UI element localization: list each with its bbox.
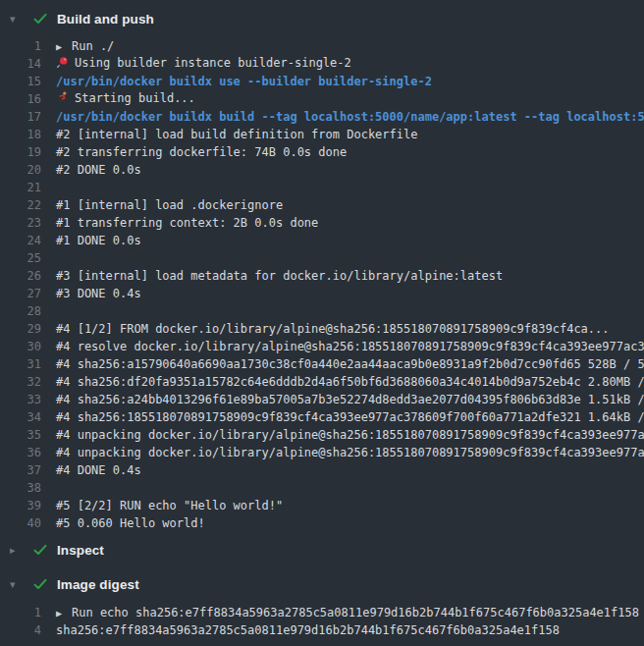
- line-number[interactable]: 38: [0, 481, 41, 495]
- log-text: ▶Run ./: [56, 39, 114, 53]
- log-text: sha256:e7ff8834a5963a2785c5a0811e979d16b…: [56, 623, 560, 637]
- log-text: Using builder instance builder-single-2: [56, 56, 351, 72]
- line-number[interactable]: 18: [0, 128, 41, 141]
- log-block-image-digest: 1▶Run echo sha256:e7ff8834a5963a2785c5a0…: [0, 601, 644, 639]
- section-inspect: ▸ Inspect: [0, 532, 644, 567]
- section-header-build-and-push[interactable]: ▾ Build and push: [0, 0, 644, 37]
- log-line: 15/usr/bin/docker buildx use --builder b…: [0, 73, 644, 90]
- section-title: Build and push: [57, 12, 154, 27]
- log-text: #4 sha256:df20fa9351a15782c64e6dddb2d4a6…: [56, 375, 644, 389]
- expand-log-group-icon[interactable]: ▶: [56, 608, 66, 619]
- line-number[interactable]: 27: [0, 287, 41, 300]
- line-number[interactable]: 30: [0, 340, 41, 353]
- line-number[interactable]: 39: [0, 499, 41, 512]
- log-line: 22#1 [internal] load .dockerignore: [0, 196, 644, 214]
- disclosure-triangle-icon[interactable]: ▾: [10, 579, 26, 590]
- line-number[interactable]: 23: [0, 216, 41, 230]
- line-number[interactable]: 33: [0, 393, 41, 406]
- log-text: /usr/bin/docker buildx use --builder bui…: [56, 75, 432, 88]
- log-line: 39#5 [2/2] RUN echo "Hello world!": [0, 497, 644, 514]
- log-line: 18#2 [internal] load build definition fr…: [0, 126, 644, 143]
- line-number[interactable]: 37: [0, 463, 41, 477]
- log-text: #5 [2/2] RUN echo "Hello world!": [56, 499, 283, 512]
- log-text: Starting build...: [56, 91, 195, 107]
- line-number[interactable]: 35: [0, 428, 41, 442]
- line-number[interactable]: 22: [0, 198, 41, 212]
- line-number[interactable]: 1: [0, 606, 41, 619]
- log-line: 35#4 unpacking docker.io/library/alpine@…: [0, 426, 644, 444]
- log-text: #5 0.060 Hello world!: [56, 516, 205, 530]
- expand-log-group-icon[interactable]: ▶: [56, 41, 66, 52]
- log-line: 37#4 DONE 0.4s: [0, 461, 644, 479]
- log-text: #4 unpacking docker.io/library/alpine@sh…: [56, 428, 644, 442]
- line-number[interactable]: 36: [0, 446, 41, 459]
- section-header-inspect[interactable]: ▸ Inspect: [0, 532, 644, 567]
- disclosure-triangle-icon[interactable]: ▾: [10, 14, 26, 25]
- log-text: #4 sha256:185518070891758909c9f839cf4ca3…: [56, 410, 644, 424]
- log-text: #1 [internal] load .dockerignore: [56, 198, 283, 212]
- line-number[interactable]: 1: [0, 39, 41, 53]
- runner-icon: [56, 91, 69, 107]
- log-text: /usr/bin/docker buildx build --tag local…: [56, 110, 644, 124]
- log-text: #3 [internal] load metadata for docker.i…: [56, 269, 503, 283]
- log-line: 40#5 0.060 Hello world!: [0, 514, 644, 532]
- section-image-digest: ▾ Image digest 1▶Run echo sha256:e7ff883…: [0, 567, 644, 639]
- line-number[interactable]: 40: [0, 516, 41, 530]
- log-text: #1 transferring context: 2B 0.0s done: [56, 216, 318, 230]
- log-line: 25: [0, 249, 644, 267]
- log-line: 19#2 transferring dockerfile: 74B 0.0s d…: [0, 143, 644, 161]
- section-build-and-push: ▾ Build and push 1▶Run ./14Using builder…: [0, 0, 644, 532]
- log-line: 24#1 DONE 0.0s: [0, 232, 644, 249]
- section-title: Image digest: [57, 577, 139, 592]
- line-number[interactable]: 15: [0, 75, 41, 88]
- check-icon: [31, 576, 48, 593]
- log-text: ▶Run echo sha256:e7ff8834a5963a2785c5a08…: [56, 606, 639, 619]
- check-icon: [31, 11, 48, 27]
- log-line: 1▶Run echo sha256:e7ff8834a5963a2785c5a0…: [0, 604, 644, 621]
- log-line: 26#3 [internal] load metadata for docker…: [0, 267, 644, 285]
- line-number[interactable]: 20: [0, 163, 41, 177]
- line-number[interactable]: 29: [0, 322, 41, 336]
- line-number[interactable]: 14: [0, 57, 41, 71]
- log-text: #4 DONE 0.4s: [56, 463, 141, 477]
- section-header-image-digest[interactable]: ▾ Image digest: [0, 567, 644, 601]
- line-number[interactable]: 25: [0, 251, 41, 265]
- log-text: #4 sha256:a15790640a6690aa1730c38cf0a440…: [56, 357, 644, 371]
- line-number[interactable]: 26: [0, 269, 41, 283]
- log-line: 17/usr/bin/docker buildx build --tag loc…: [0, 108, 644, 126]
- log-line: 36#4 unpacking docker.io/library/alpine@…: [0, 444, 644, 461]
- line-number[interactable]: 4: [0, 623, 41, 637]
- log-line: 31#4 sha256:a15790640a6690aa1730c38cf0a4…: [0, 355, 644, 373]
- line-number[interactable]: 17: [0, 110, 41, 124]
- disclosure-triangle-icon[interactable]: ▸: [10, 545, 26, 556]
- line-number[interactable]: 24: [0, 234, 41, 247]
- workflow-log-viewer: ▾ Build and push 1▶Run ./14Using builder…: [0, 0, 644, 639]
- log-line: 23#1 transferring context: 2B 0.0s done: [0, 214, 644, 232]
- log-block-build-and-push: 1▶Run ./14Using builder instance builder…: [0, 37, 644, 532]
- log-line: 28: [0, 302, 644, 320]
- log-text: #3 DONE 0.4s: [56, 287, 141, 300]
- line-number[interactable]: 32: [0, 375, 41, 389]
- log-line: 14Using builder instance builder-single-…: [0, 55, 644, 73]
- log-line: 33#4 sha256:a24bb4013296f61e89ba57005a7b…: [0, 391, 644, 408]
- line-number[interactable]: 34: [0, 410, 41, 424]
- log-text: #1 DONE 0.0s: [56, 234, 141, 247]
- line-number[interactable]: 31: [0, 357, 41, 371]
- log-line: 34#4 sha256:185518070891758909c9f839cf4c…: [0, 408, 644, 426]
- log-line: 38: [0, 479, 644, 497]
- line-number[interactable]: 16: [0, 92, 41, 106]
- log-line: 4sha256:e7ff8834a5963a2785c5a0811e979d16…: [0, 621, 644, 639]
- pushpin-icon: [56, 56, 69, 72]
- line-number[interactable]: 19: [0, 145, 41, 159]
- log-text: #4 sha256:a24bb4013296f61e89ba57005a7b3e…: [56, 393, 644, 406]
- log-text: #4 resolve docker.io/library/alpine@sha2…: [56, 340, 644, 353]
- log-line: 27#3 DONE 0.4s: [0, 285, 644, 302]
- line-number[interactable]: 21: [0, 181, 41, 194]
- log-line: 21: [0, 179, 644, 196]
- check-icon: [31, 542, 48, 559]
- log-line: 32#4 sha256:df20fa9351a15782c64e6dddb2d4…: [0, 373, 644, 391]
- log-line: 20#2 DONE 0.0s: [0, 161, 644, 179]
- section-title: Inspect: [57, 543, 104, 558]
- log-line: 1▶Run ./: [0, 37, 644, 55]
- line-number[interactable]: 28: [0, 304, 41, 318]
